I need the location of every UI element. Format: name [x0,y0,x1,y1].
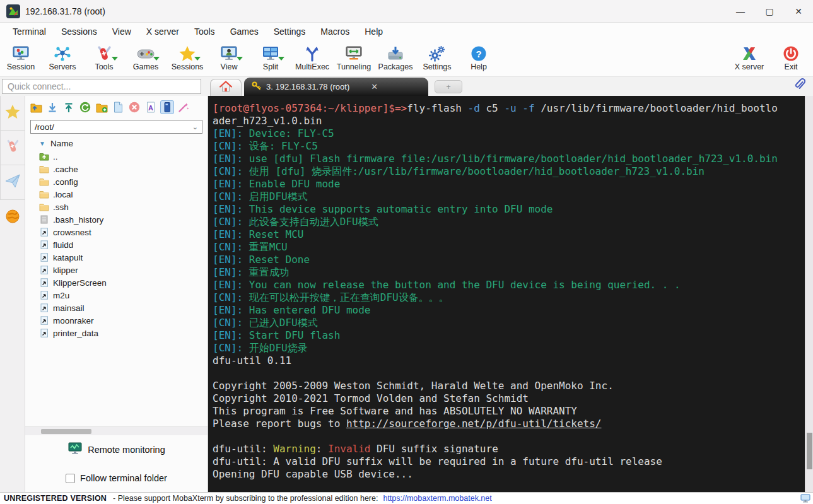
menu-item-macros[interactable]: Macros [313,24,357,39]
terminal-text-flag: -f [522,102,534,114]
file-row-katapult[interactable]: katapult [39,251,208,264]
minimize-button[interactable]: — [726,0,755,22]
help-icon: ? [471,43,487,62]
menu-item-tools[interactable]: Tools [187,24,223,39]
hscroll-thumb[interactable] [41,429,91,434]
toolbar-session-button[interactable]: Session [0,43,42,71]
menu-item-settings[interactable]: Settings [266,24,313,39]
file-row-mainsail[interactable]: mainsail [39,302,208,314]
file-row-ssh[interactable]: .ssh [39,201,208,213]
refresh-icon[interactable] [78,100,92,114]
file-row-cache[interactable]: .cache [39,163,208,175]
terminal-line: [CN]: 已进入DFU模式 [213,317,800,329]
terminal-text-msg: 此设备支持自动进入DFU模式 [243,216,378,228]
terminal-text-plain: dfu-util 0.11 [213,355,291,366]
terminal-text-tag: [EN]: [213,203,243,215]
mobatek-link[interactable]: https://mobaxterm.mobatek.net [383,494,491,503]
file-row-fluidd[interactable]: fluidd [39,238,208,251]
delete-icon[interactable] [127,100,141,114]
toolbar-split-button[interactable]: Split [250,43,291,71]
follow-terminal-folder-checkbox[interactable] [66,474,75,483]
path-dropdown[interactable]: /root/ ⌄ [30,120,202,134]
file-row-bash-history[interactable]: .bash_history [39,213,208,226]
sidebar-sessions[interactable] [0,96,25,131]
terminal-text-msg: 设备: FLY-C5 [243,140,318,152]
menu-item-help[interactable]: Help [357,24,390,39]
terminal-line: [CN]: 现在可以松开按键，正在查询DFU设备。。。 [213,291,800,304]
file-name: printer_data [53,329,98,338]
toolbar-help-button[interactable]: ?Help [458,43,500,71]
sidebar-tools[interactable] [0,131,25,165]
toolbar-exit-button[interactable]: Exit [770,43,812,71]
terminal[interactable]: [root@flyos-057364:~/klipper]$=>fly-flas… [208,96,813,492]
remote-monitoring-label: Remote monitoring [88,445,165,455]
globe-icon [5,215,20,226]
remote-monitoring-button[interactable]: Remote monitoring [25,435,208,464]
sync-terminal-icon[interactable] [160,100,174,114]
toolbar-settings-button[interactable]: Settings [416,43,458,71]
file-row-printer-data[interactable]: printer_data [39,327,208,339]
menu-item-x-server[interactable]: X server [139,24,187,39]
close-button[interactable]: ✕ [784,0,813,22]
menu-item-terminal[interactable]: Terminal [5,24,54,39]
upload-icon[interactable] [62,100,76,114]
link-icon [39,253,49,262]
chevron-down-icon: ⌄ [192,123,198,131]
toolbar-servers-button[interactable]: Servers [42,43,83,71]
menu-item-games[interactable]: Games [223,24,266,39]
sftp-session-indicator[interactable] [5,209,20,226]
rename-icon[interactable]: A [144,100,158,114]
toolbar-multiexec-button[interactable]: MultiExec [291,43,333,71]
session-icon [11,43,30,62]
terminal-line: [EN]: Reset Done [213,254,800,266]
file-row-klipper[interactable]: klipper [39,264,208,276]
paper-plane-icon [4,173,21,191]
menu-item-view[interactable]: View [105,24,139,39]
key-icon [252,81,261,92]
tracking-wand-icon[interactable] [177,100,190,114]
toolbar-tunneling-button[interactable]: Tunneling [333,43,375,71]
toolbar-view-button[interactable]: View [208,43,250,71]
file-row-m2u[interactable]: m2u [39,289,208,302]
terminal-text-warn: Warning [273,443,315,455]
tab-active-session[interactable]: 3. 192.168.31.78 (root) ✕ [244,78,428,96]
toolbar: SessionServersToolsGamesSessionsViewSpli… [0,40,813,77]
new-folder-icon[interactable] [95,100,108,114]
file-row-crowsnest[interactable]: crowsnest [39,226,208,238]
tab-close-icon[interactable]: ✕ [371,82,378,91]
status-bar: UNREGISTERED VERSION - Please support Mo… [0,492,813,504]
tab-home[interactable] [210,79,242,96]
menu-item-sessions[interactable]: Sessions [54,24,105,39]
terminal-text-plain [517,102,523,114]
new-tab-button[interactable]: + [435,80,462,93]
terminal-text-msg: Enable DFU mode [243,178,340,190]
download-icon[interactable] [45,100,59,114]
sidebar-macros[interactable] [0,165,25,200]
file-row-[interactable]: .. [39,150,208,163]
parent-folder-icon[interactable] [29,100,43,114]
file-row-moonraker[interactable]: moonraker [39,314,208,327]
sftp-file-panel: A /root/ ⌄ ▼ Name ...cache.config.local.… [25,96,208,492]
toolbar-sessions-button[interactable]: Sessions [167,43,208,71]
quick-connect-input[interactable] [2,79,201,94]
new-file-icon[interactable] [111,100,125,114]
terminal-link[interactable]: http://sourceforge.net/p/dfu-util/ticket… [346,418,602,430]
vscroll-thumb[interactable] [807,433,812,469]
toolbar-x-server-button[interactable]: X server [728,43,770,71]
toolbar-packages-button[interactable]: Packages [375,43,416,71]
file-list-header[interactable]: ▼ Name [25,136,208,150]
attachments-paperclip-icon[interactable] [794,78,805,95]
multiexec-icon [303,43,322,62]
svg-text:A: A [148,104,153,112]
toolbar-tools-button[interactable]: Tools [83,43,125,71]
file-row-klipperscreen[interactable]: KlipperScreen [39,276,208,289]
horizontal-scrollbar[interactable] [25,426,208,435]
vertical-scrollbar[interactable] [805,96,813,492]
terminal-text-plain: Copyright 2010-2021 Tormod Volden and St… [213,392,529,404]
toolbar-games-button[interactable]: Games [125,43,167,71]
file-row-local[interactable]: .local [39,188,208,201]
star-icon [4,104,21,122]
maximize-button[interactable]: ▢ [755,0,784,22]
file-row-config[interactable]: .config [39,175,208,188]
terminal-text-plain: fly-flash [407,102,467,114]
